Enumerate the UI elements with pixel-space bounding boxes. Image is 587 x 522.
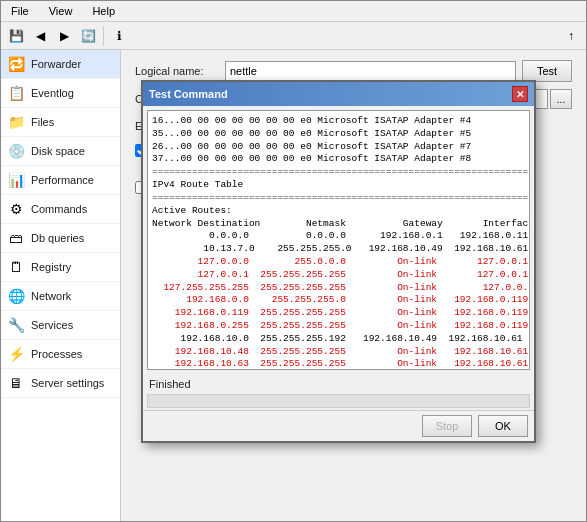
sidebar-item-serversettings[interactable]: 🖥 Server settings bbox=[1, 369, 120, 398]
sidebar-item-diskspace[interactable]: 💿 Disk space bbox=[1, 137, 120, 166]
modal-overlay: Test Command ✕ 16...00 00 00 00 00 00 00… bbox=[121, 50, 586, 521]
stop-button[interactable]: Stop bbox=[422, 415, 472, 437]
info-button[interactable]: ℹ bbox=[108, 25, 130, 47]
sidebar-item-commands[interactable]: ⚙ Commands bbox=[1, 195, 120, 224]
ok-button[interactable]: OK bbox=[478, 415, 528, 437]
dbqueries-icon: 🗃 bbox=[7, 229, 25, 247]
main-window: File View Help 💾 ◀ ▶ 🔄 ℹ ↑ 🔁 Forwarder 📋… bbox=[0, 0, 587, 522]
modal-close-button[interactable]: ✕ bbox=[512, 86, 528, 102]
forwarder-icon: 🔁 bbox=[7, 55, 25, 73]
menu-file[interactable]: File bbox=[5, 3, 35, 19]
sidebar-item-performance[interactable]: 📊 Performance bbox=[1, 166, 120, 195]
sidebar-label-commands: Commands bbox=[31, 203, 87, 215]
sidebar-item-files[interactable]: 📁 Files bbox=[1, 108, 120, 137]
sidebar-label-files: Files bbox=[31, 116, 54, 128]
menu-bar: File View Help bbox=[1, 1, 586, 22]
registry-icon: 🗒 bbox=[7, 258, 25, 276]
serversettings-icon: 🖥 bbox=[7, 374, 25, 392]
files-icon: 📁 bbox=[7, 113, 25, 131]
modal-status-bar: Finished bbox=[143, 374, 534, 394]
sidebar-item-dbqueries[interactable]: 🗃 Db queries bbox=[1, 224, 120, 253]
network-icon: 🌐 bbox=[7, 287, 25, 305]
sidebar-label-network: Network bbox=[31, 290, 71, 302]
scrollbar-horizontal[interactable] bbox=[147, 394, 530, 408]
sidebar-label-registry: Registry bbox=[31, 261, 71, 273]
modal-content: 16...00 00 00 00 00 00 00 e0 Microsoft I… bbox=[143, 106, 534, 374]
diskspace-icon: 💿 bbox=[7, 142, 25, 160]
sidebar-label-forwarder: Forwarder bbox=[31, 58, 81, 70]
sidebar-label-diskspace: Disk space bbox=[31, 145, 85, 157]
terminal-area[interactable]: 16...00 00 00 00 00 00 00 e0 Microsoft I… bbox=[147, 110, 530, 370]
sidebar-label-processes: Processes bbox=[31, 348, 82, 360]
sidebar-label-serversettings: Server settings bbox=[31, 377, 104, 389]
content-area: 🔁 Forwarder 📋 Eventlog 📁 Files 💿 Disk sp… bbox=[1, 50, 586, 521]
eventlog-icon: 📋 bbox=[7, 84, 25, 102]
upload-button[interactable]: ↑ bbox=[560, 25, 582, 47]
sidebar-item-processes[interactable]: ⚡ Processes bbox=[1, 340, 120, 369]
processes-icon: ⚡ bbox=[7, 345, 25, 363]
main-panel: Logical name: Test Command: ... Execute … bbox=[121, 50, 586, 521]
sidebar-item-network[interactable]: 🌐 Network bbox=[1, 282, 120, 311]
sidebar: 🔁 Forwarder 📋 Eventlog 📁 Files 💿 Disk sp… bbox=[1, 50, 121, 521]
modal-title: Test Command bbox=[149, 88, 228, 100]
performance-icon: 📊 bbox=[7, 171, 25, 189]
sidebar-label-eventlog: Eventlog bbox=[31, 87, 74, 99]
status-text: Finished bbox=[149, 378, 191, 390]
save-button[interactable]: 💾 bbox=[5, 25, 27, 47]
services-icon: 🔧 bbox=[7, 316, 25, 334]
refresh-button[interactable]: 🔄 bbox=[77, 25, 99, 47]
sidebar-label-services: Services bbox=[31, 319, 73, 331]
menu-view[interactable]: View bbox=[43, 3, 79, 19]
modal-dialog: Test Command ✕ 16...00 00 00 00 00 00 00… bbox=[141, 80, 536, 443]
menu-help[interactable]: Help bbox=[86, 3, 121, 19]
sidebar-label-performance: Performance bbox=[31, 174, 94, 186]
commands-icon: ⚙ bbox=[7, 200, 25, 218]
back-button[interactable]: ◀ bbox=[29, 25, 51, 47]
forward-button[interactable]: ▶ bbox=[53, 25, 75, 47]
sidebar-item-forwarder[interactable]: 🔁 Forwarder bbox=[1, 50, 120, 79]
sidebar-item-services[interactable]: 🔧 Services bbox=[1, 311, 120, 340]
modal-footer: Stop OK bbox=[143, 410, 534, 441]
sidebar-item-eventlog[interactable]: 📋 Eventlog bbox=[1, 79, 120, 108]
toolbar-separator bbox=[103, 26, 104, 46]
sidebar-label-dbqueries: Db queries bbox=[31, 232, 84, 244]
toolbar: 💾 ◀ ▶ 🔄 ℹ ↑ bbox=[1, 22, 586, 50]
modal-titlebar: Test Command ✕ bbox=[143, 82, 534, 106]
sidebar-item-registry[interactable]: 🗒 Registry bbox=[1, 253, 120, 282]
